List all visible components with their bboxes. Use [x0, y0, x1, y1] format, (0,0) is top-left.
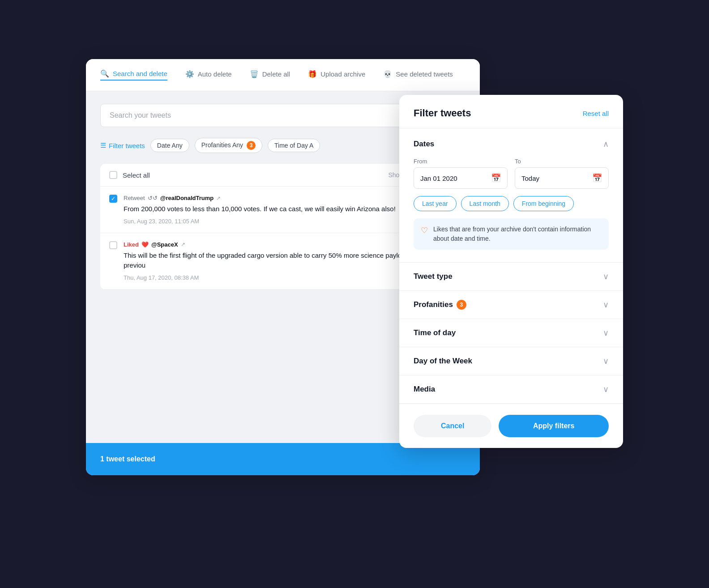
search-placeholder: Search your tweets: [110, 111, 171, 119]
external-link-icon-2: ↗: [181, 241, 185, 247]
time-of-day-chevron: ∨: [603, 328, 609, 338]
dates-section: Dates ∧ From Jan 01 2020 📅 To Today 📅: [399, 128, 623, 263]
dates-label: Dates: [414, 140, 434, 149]
panel-title: Filter tweets: [414, 107, 471, 119]
day-of-week-section[interactable]: Day of the Week ∨: [399, 347, 623, 375]
heart-icon: ❤️: [141, 241, 149, 248]
to-label: To: [515, 158, 609, 165]
profanities-chevron: ∨: [603, 300, 609, 310]
cancel-button[interactable]: Cancel: [414, 415, 491, 437]
filter-icon: ☰: [100, 141, 106, 149]
last-year-button[interactable]: Last year: [414, 196, 457, 211]
nav-auto-delete[interactable]: ⚙️ Auto delete: [185, 70, 232, 80]
tweet-2-username: @SpaceX: [151, 241, 178, 248]
tweet-1-meta: Retweet ↺↺ @realDonaldTrump ↗: [124, 195, 396, 201]
profanities-badge: 3: [247, 141, 256, 150]
date-row: From Jan 01 2020 📅 To Today 📅: [414, 158, 609, 189]
trash-icon: 🗑️: [250, 70, 259, 78]
retweet-label: Retweet: [124, 195, 145, 201]
tweet-2-checkbox[interactable]: [109, 241, 117, 249]
to-date-field: To Today 📅: [515, 158, 609, 189]
day-of-week-chevron: ∨: [603, 356, 609, 366]
panel-header: Filter tweets Reset all: [399, 95, 623, 128]
tweet-1-content: Retweet ↺↺ @realDonaldTrump ↗ From 200,0…: [124, 195, 396, 225]
skull-icon: 💀: [383, 70, 392, 78]
nav-search-delete[interactable]: 🔍 Search and delete: [100, 69, 167, 81]
gear-icon: ⚙️: [185, 70, 194, 78]
timeofday-pill-value: A: [309, 142, 313, 149]
calendar-icon-from: 📅: [491, 173, 501, 183]
from-date-input[interactable]: Jan 01 2020 📅: [414, 167, 508, 189]
nav-bar: 🔍 Search and delete ⚙️ Auto delete 🗑️ De…: [86, 59, 480, 91]
tweet-1-username: @realDonaldTrump: [160, 195, 214, 201]
last-month-button[interactable]: Last month: [461, 196, 509, 211]
nav-see-deleted-label: See deleted tweets: [396, 70, 453, 78]
panel-footer: Cancel Apply filters: [399, 404, 623, 448]
archive-note-text: Likes that are from your archive don't c…: [433, 225, 602, 243]
dates-chevron-up[interactable]: ∧: [603, 139, 609, 149]
media-label: Media: [414, 385, 435, 394]
media-section[interactable]: Media ∨: [399, 375, 623, 404]
date-pill-label: Date: [157, 142, 171, 149]
select-all-checkbox[interactable]: [109, 171, 117, 179]
nav-search-delete-label: Search and delete: [113, 70, 167, 77]
time-of-day-label: Time of day: [414, 328, 456, 337]
liked-label: Liked: [124, 241, 139, 248]
to-date-input[interactable]: Today 📅: [515, 167, 609, 189]
from-label: From: [414, 158, 508, 165]
profanities-pill-value: Any: [232, 141, 243, 149]
timeofday-pill-label: Time of Day: [274, 142, 308, 149]
gift-icon: 🎁: [308, 70, 317, 78]
tweet-1-date: Sun, Aug 23, 2020, 11:05 AM: [124, 218, 396, 225]
profanities-filter-pill[interactable]: Profanities Any 3: [195, 138, 262, 153]
tweet-type-section[interactable]: Tweet type ∨: [399, 263, 623, 291]
day-of-week-label: Day of the Week: [414, 357, 472, 366]
tweet-type-label: Tweet type: [414, 272, 453, 281]
nav-see-deleted[interactable]: 💀 See deleted tweets: [383, 70, 453, 80]
to-date-value: Today: [521, 175, 539, 182]
tweet-1-text: From 200,000 votes to less than 10,000 v…: [124, 204, 396, 214]
tweet-1-checkbox[interactable]: ✓: [109, 195, 117, 203]
nav-delete-all-label: Delete all: [262, 70, 290, 78]
info-icon: ♡: [421, 226, 428, 235]
reset-all-button[interactable]: Reset all: [583, 110, 609, 117]
from-beginning-button[interactable]: From beginning: [513, 196, 574, 211]
nav-delete-all[interactable]: 🗑️ Delete all: [250, 70, 290, 80]
search-icon: 🔍: [100, 69, 109, 78]
date-pill-value: Any: [172, 142, 183, 149]
quick-dates: Last year Last month From beginning: [414, 196, 609, 211]
dates-section-title: Dates ∧: [414, 139, 609, 149]
date-filter-pill[interactable]: Date Any: [150, 139, 189, 152]
apply-filters-button[interactable]: Apply filters: [499, 415, 609, 437]
filter-tweets-button[interactable]: ☰ Filter tweets: [100, 141, 145, 149]
profanities-label: Profanities 3: [414, 300, 466, 310]
profanities-pill-label: Profanities: [201, 141, 231, 149]
timeofday-filter-pill[interactable]: Time of Day A: [268, 139, 320, 152]
from-date-value: Jan 01 2020: [420, 175, 457, 182]
retweet-icon: ↺↺: [148, 195, 158, 201]
time-of-day-section[interactable]: Time of day ∨: [399, 319, 623, 347]
calendar-icon-to: 📅: [592, 173, 602, 183]
archive-note: ♡ Likes that are from your archive don't…: [414, 218, 609, 250]
media-chevron: ∨: [603, 384, 609, 394]
filter-panel: Filter tweets Reset all Dates ∧ From Jan…: [399, 95, 623, 448]
tweet-type-chevron: ∨: [603, 272, 609, 281]
profanities-section[interactable]: Profanities 3 ∨: [399, 291, 623, 319]
nav-upload-archive-label: Upload archive: [320, 70, 365, 78]
selected-count: 1 tweet selected: [100, 455, 155, 463]
external-link-icon: ↗: [216, 195, 221, 201]
select-all-label: Select all: [123, 171, 150, 179]
nav-upload-archive[interactable]: 🎁 Upload archive: [308, 70, 365, 80]
profanities-section-badge: 3: [457, 300, 466, 310]
filter-tweets-label: Filter tweets: [109, 142, 145, 149]
from-date-field: From Jan 01 2020 📅: [414, 158, 508, 189]
nav-auto-delete-label: Auto delete: [198, 70, 232, 78]
